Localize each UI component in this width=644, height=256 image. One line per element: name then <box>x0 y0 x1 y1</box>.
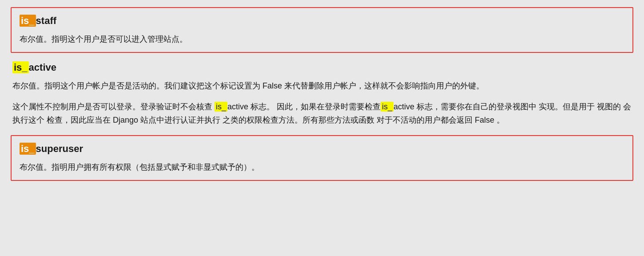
is-active-section: is_active 布尔值。指明这个用户帐户是否是活动的。我们建议把这个标记设置… <box>11 61 633 127</box>
is-active-desc1: 布尔值。指明这个用户帐户是否是活动的。我们建议把这个标记设置为 False 来代… <box>12 79 632 93</box>
is-staff-title-highlight: is_ <box>20 15 36 27</box>
is-superuser-title-highlight: is_ <box>20 143 36 155</box>
is-superuser-title: is_superuser <box>20 142 624 156</box>
is-active-desc2-part1: 这个属性不控制用户是否可以登录。登录验证时不会核查 <box>12 102 215 111</box>
is-superuser-section: is_superuser 布尔值。指明用户拥有所有权限（包括显式赋予和非显式赋予… <box>11 135 633 181</box>
is-staff-title: is_staff <box>20 14 624 28</box>
is-active-desc2-part2: active 标志。 因此，如果在登录时需要检查 <box>227 102 381 111</box>
is-active-desc2-highlight: is_ <box>215 102 227 112</box>
is-active-title: is_active <box>12 61 632 75</box>
is-staff-desc: 布尔值。指明这个用户是否可以进入管理站点。 <box>20 32 624 46</box>
is-staff-title-rest: staff <box>36 15 56 26</box>
is-staff-section: is_staff 布尔值。指明这个用户是否可以进入管理站点。 <box>11 7 633 53</box>
is-superuser-title-rest: superuser <box>36 143 83 154</box>
is-active-title-highlight: is_ <box>12 61 29 73</box>
is-active-desc2: 这个属性不控制用户是否可以登录。登录验证时不会核查 is_active 标志。 … <box>12 100 632 127</box>
is-superuser-desc: 布尔值。指明用户拥有所有权限（包括显式赋予和非显式赋予的）。 <box>20 160 624 174</box>
is-active-desc2-highlight2: is_ <box>381 102 394 112</box>
is-active-title-rest: active <box>29 62 56 73</box>
